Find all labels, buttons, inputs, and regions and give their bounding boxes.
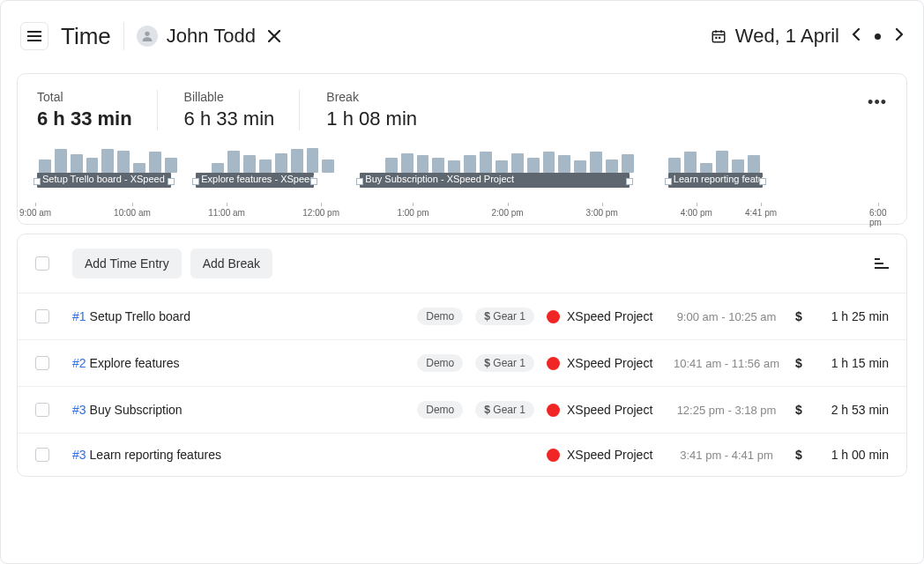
- activity-bar: [71, 154, 83, 173]
- time-range: 10:41 am - 11:56 am: [674, 357, 779, 370]
- project-tag[interactable]: XSpeed Project: [547, 309, 661, 323]
- calendar-icon: [711, 28, 727, 44]
- row-checkbox[interactable]: [35, 356, 49, 370]
- project-name: XSpeed Project: [567, 448, 652, 462]
- entry-resize-handle[interactable]: [356, 178, 363, 185]
- entry-resize-handle[interactable]: [665, 178, 672, 185]
- timeline-entry[interactable]: Explore features - XSpeed: [196, 173, 314, 188]
- activity-bar: [496, 160, 508, 173]
- table-row[interactable]: #1Setup Trello boardDemoGear 1XSpeed Pro…: [18, 293, 906, 340]
- activity-bar: [464, 155, 476, 173]
- svg-rect-11: [875, 263, 883, 264]
- activity-bar: [291, 149, 303, 173]
- activity-bar: [101, 149, 114, 173]
- time-range: 9:00 am - 10:25 am: [674, 310, 779, 323]
- entry-resize-handle[interactable]: [192, 178, 199, 185]
- billable-indicator[interactable]: $: [792, 309, 806, 323]
- activity-bar: [543, 152, 555, 173]
- stat-block: Total6 h 33 min: [37, 90, 158, 130]
- duration: 1 h 15 min: [818, 356, 889, 370]
- entries-list: Add Time Entry Add Break #1Setup Trello …: [17, 234, 907, 477]
- timeline-entry[interactable]: Buy Subscription - XSpeed Project: [360, 173, 630, 188]
- svg-rect-8: [715, 37, 717, 39]
- project-tag[interactable]: XSpeed Project: [547, 448, 661, 462]
- stat-value: 6 h 33 min: [37, 108, 132, 130]
- billable-indicator[interactable]: $: [792, 403, 806, 417]
- project-color-dot: [547, 404, 560, 417]
- task-title: Setup Trello board: [90, 309, 190, 323]
- activity-bar: [558, 155, 570, 173]
- project-tag[interactable]: XSpeed Project: [547, 403, 661, 417]
- svg-rect-10: [875, 258, 880, 260]
- activity-bar: [55, 149, 67, 173]
- entry-resize-handle[interactable]: [310, 178, 317, 185]
- activity-bar: [133, 163, 145, 173]
- activity-bar: [527, 158, 540, 173]
- task-title: Learn reporting features: [90, 448, 221, 462]
- entry-resize-handle[interactable]: [626, 178, 633, 185]
- timeline-tick: 4:41 pm: [745, 208, 777, 218]
- billable-indicator[interactable]: $: [792, 356, 806, 370]
- timeline[interactable]: Setup Trello board - XSpeedExplore featu…: [37, 146, 887, 208]
- row-checkbox[interactable]: [35, 309, 49, 323]
- divider: [123, 22, 124, 50]
- timeline-entry[interactable]: Learn reporting features: [668, 173, 763, 188]
- stat-value: 1 h 08 min: [326, 108, 417, 130]
- activity-bar: [243, 155, 256, 173]
- task-id[interactable]: #3: [72, 403, 86, 417]
- demo-badge: Demo: [417, 308, 463, 325]
- entry-resize-handle[interactable]: [34, 178, 41, 185]
- select-all-checkbox[interactable]: [35, 256, 49, 271]
- task-id[interactable]: #1: [72, 309, 86, 323]
- sort-button[interactable]: [875, 256, 889, 271]
- task-id[interactable]: #2: [72, 356, 86, 370]
- entry-resize-handle[interactable]: [168, 178, 175, 185]
- demo-badge: Demo: [417, 354, 463, 372]
- time-range: 3:41 pm - 4:41 pm: [674, 449, 779, 462]
- task-title: Buy Subscription: [90, 403, 183, 417]
- billable-indicator[interactable]: $: [792, 448, 806, 462]
- duration: 2 h 53 min: [818, 403, 889, 417]
- activity-bar: [165, 158, 177, 173]
- user-selector[interactable]: John Todd: [137, 25, 256, 48]
- activity-bar: [307, 148, 319, 173]
- entry-resize-handle[interactable]: [759, 178, 766, 185]
- activity-bar: [227, 151, 240, 173]
- svg-rect-9: [719, 37, 720, 39]
- header-bar: Time John Todd Wed, 1 April: [1, 1, 923, 64]
- prev-day-button[interactable]: [852, 28, 861, 44]
- timeline-tick: 3:00 pm: [586, 208, 618, 218]
- add-time-entry-button[interactable]: Add Time Entry: [72, 249, 182, 278]
- activity-bar: [86, 158, 99, 173]
- activity-bar: [149, 152, 161, 173]
- row-checkbox[interactable]: [35, 403, 49, 417]
- activity-bar: [259, 160, 272, 173]
- chevron-left-icon: [852, 28, 861, 41]
- menu-button[interactable]: [20, 22, 48, 50]
- clear-user-button[interactable]: [268, 26, 280, 47]
- project-name: XSpeed Project: [567, 403, 652, 417]
- table-row[interactable]: #2Explore featuresDemoGear 1XSpeed Proje…: [18, 340, 906, 387]
- row-checkbox[interactable]: [35, 448, 49, 462]
- timeline-tick: 1:00 pm: [397, 208, 428, 218]
- next-day-button[interactable]: [895, 28, 904, 44]
- timeline-tick: 12:00 pm: [302, 208, 339, 218]
- activity-bar: [574, 160, 586, 173]
- timeline-entry[interactable]: Setup Trello board - XSpeed: [37, 173, 171, 188]
- today-button[interactable]: [875, 33, 881, 40]
- svg-rect-12: [875, 267, 889, 269]
- activity-bar: [432, 158, 444, 173]
- duration: 1 h 00 min: [818, 448, 889, 462]
- add-break-button[interactable]: Add Break: [190, 249, 272, 278]
- activity-bar: [39, 160, 51, 173]
- table-row[interactable]: #3Buy SubscriptionDemoGear 1XSpeed Proje…: [18, 387, 906, 434]
- stat-block: Billable6 h 33 min: [184, 90, 301, 130]
- project-tag[interactable]: XSpeed Project: [547, 356, 661, 370]
- date-picker[interactable]: Wed, 1 April: [711, 25, 839, 48]
- table-row[interactable]: #3Learn reporting featuresXSpeed Project…: [18, 434, 906, 476]
- summary-menu-button[interactable]: •••: [868, 93, 887, 112]
- project-color-dot: [547, 449, 560, 462]
- activity-bar: [275, 153, 287, 173]
- activity-bar: [748, 155, 760, 173]
- task-id[interactable]: #3: [72, 448, 86, 462]
